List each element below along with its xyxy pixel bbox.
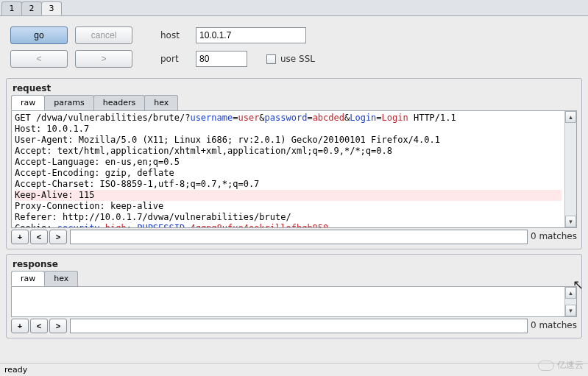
go-button[interactable]: go	[10, 26, 68, 44]
response-content-box: ▴ ▾	[11, 286, 577, 317]
request-scrollbar[interactable]: ▴ ▾	[564, 111, 576, 227]
response-next-match-button[interactable]: >	[49, 319, 67, 333]
window-tabs: 1 2 3	[0, 0, 588, 16]
scroll-down-icon[interactable]: ▾	[565, 216, 576, 227]
status-bar: ready	[0, 363, 588, 376]
cancel-button[interactable]: cancel	[75, 26, 132, 44]
controls-row-1: go cancel host	[0, 16, 588, 44]
response-add-button[interactable]: +	[11, 319, 29, 333]
checkbox-icon	[266, 54, 276, 64]
request-footer: + < > 0 matches	[11, 230, 577, 244]
host-input[interactable]	[196, 27, 306, 43]
request-next-match-button[interactable]: >	[49, 230, 67, 244]
use-ssl-checkbox[interactable]: use SSL	[266, 54, 315, 64]
response-textarea[interactable]	[12, 287, 564, 316]
request-tab-params[interactable]: params	[44, 95, 93, 110]
controls-row-2: < > port use SSL	[0, 44, 588, 78]
request-title: request	[7, 79, 581, 95]
request-tab-hex[interactable]: hex	[144, 95, 178, 110]
request-add-button[interactable]: +	[11, 230, 29, 244]
response-scrollbar[interactable]: ▴ ▾	[564, 287, 576, 316]
response-tab-hex[interactable]: hex	[44, 271, 78, 286]
response-panel: response raw hex ▴ ▾ + < > 0 matches	[6, 254, 582, 338]
scroll-down-icon[interactable]: ▾	[565, 305, 576, 316]
request-tab-raw[interactable]: raw	[11, 95, 45, 110]
host-label: host	[160, 30, 188, 40]
request-textarea[interactable]: GET /dvwa/vulnerabilities/brute/?usernam…	[12, 111, 564, 227]
scroll-up-icon[interactable]: ▴	[565, 287, 576, 299]
scroll-up-icon[interactable]: ▴	[565, 111, 576, 123]
window-tab-1[interactable]: 1	[1, 1, 22, 15]
prev-button[interactable]: <	[10, 50, 68, 68]
next-button[interactable]: >	[75, 50, 132, 68]
response-search-input[interactable]	[70, 319, 528, 333]
response-tab-raw[interactable]: raw	[11, 271, 45, 286]
response-tabs: raw hex	[7, 271, 581, 286]
response-prev-match-button[interactable]: <	[30, 319, 48, 333]
window-tab-3[interactable]: 3	[41, 1, 62, 15]
request-panel: request raw params headers hex GET /dvwa…	[6, 78, 582, 249]
response-footer: + < > 0 matches	[11, 319, 577, 333]
request-content-box: GET /dvwa/vulnerabilities/brute/?usernam…	[11, 110, 577, 228]
window-tab-2[interactable]: 2	[21, 1, 42, 15]
use-ssl-label: use SSL	[280, 54, 315, 64]
request-search-input[interactable]	[70, 230, 528, 244]
request-prev-match-button[interactable]: <	[30, 230, 48, 244]
port-label: port	[160, 54, 188, 64]
request-tab-headers[interactable]: headers	[93, 95, 145, 110]
request-tabs: raw params headers hex	[7, 95, 581, 110]
request-match-count: 0 matches	[531, 230, 577, 244]
port-input[interactable]	[196, 51, 247, 67]
response-match-count: 0 matches	[531, 319, 577, 333]
response-title: response	[7, 255, 581, 271]
